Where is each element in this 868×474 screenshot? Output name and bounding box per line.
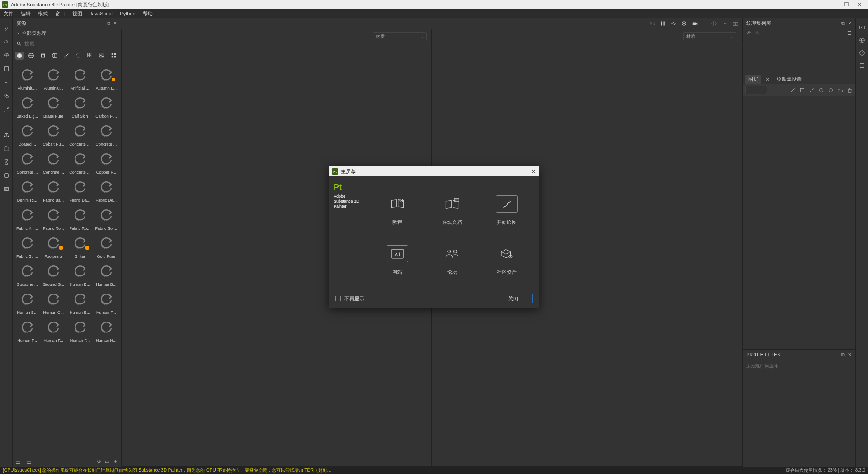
asset-item[interactable]: Brass Pure [41,92,66,119]
hourglass-icon[interactable] [3,158,10,166]
maximize-icon[interactable]: ☐ [844,1,849,8]
menu-javascript[interactable]: JavaScript [90,11,113,16]
modal-close-button[interactable]: 关闭 [494,294,533,303]
filter-texture-icon[interactable] [86,52,94,60]
modal-cell-docs[interactable]: 在线文档 [425,185,479,235]
modal-cell-assets[interactable]: 社区资产 [480,235,534,285]
material-picker-icon[interactable] [3,106,10,113]
asset-item[interactable]: Concrete ... [41,148,66,175]
folder-icon[interactable] [837,87,843,93]
asset-item[interactable]: Fabric Ro... [41,204,66,232]
asset-item[interactable]: Fabric Sof... [94,204,119,232]
book-icon[interactable] [3,172,10,179]
assets-breadcrumb[interactable]: › 全部资源库 [13,28,121,38]
menu-python[interactable]: Python [120,11,135,16]
eraser-icon[interactable] [3,38,10,45]
asset-item[interactable]: Human B... [94,261,119,288]
history-icon[interactable] [859,50,865,56]
popout-icon[interactable]: ⧉ [841,20,845,26]
brush-icon[interactable] [3,24,10,32]
modal-cell-book[interactable]: 教程 [370,185,425,235]
add-icon[interactable]: ＋ [113,458,118,465]
shader-icon[interactable] [859,62,865,69]
asset-item[interactable]: Fabric Kni... [14,204,40,232]
close-panel-icon[interactable]: ✕ [113,20,117,26]
pause-icon[interactable] [660,21,665,26]
environment-icon[interactable] [859,37,865,43]
asset-item[interactable]: Ground G... [41,261,66,288]
display-icon[interactable] [859,24,865,31]
asset-item[interactable]: Fabric Sui... [14,232,40,260]
dont-show-checkbox[interactable] [335,296,341,301]
asset-item[interactable]: Coated ... [14,120,40,147]
asset-item[interactable]: Human H... [94,317,119,344]
asset-item[interactable]: Copper P... [94,148,119,175]
popout-icon[interactable]: ⧉ [107,20,110,26]
delete-layer-icon[interactable] [847,87,853,93]
tag-icon[interactable] [3,145,10,152]
modal-cell-website[interactable]: 网站 [370,235,425,285]
hide-excluded-icon[interactable] [649,20,656,27]
modal-cell-forum[interactable]: 论坛 [425,235,479,285]
asset-item[interactable]: Fabric Ba... [41,176,66,204]
popout-icon[interactable]: ⧉ [841,352,845,358]
asset-item[interactable]: Human B... [67,261,93,288]
add-layer-icon[interactable] [790,87,796,93]
add-mask-icon[interactable] [809,87,815,93]
menu-help[interactable]: 帮助 [143,10,153,17]
asset-item[interactable]: Denim Ri... [14,176,40,204]
filter-smart-material-icon[interactable] [27,52,35,60]
log-icon[interactable] [3,185,10,193]
import-icon[interactable]: ▭ [105,459,109,465]
minimize-icon[interactable]: — [830,1,836,8]
symmetry-icon[interactable] [711,20,717,27]
asset-item[interactable]: Concrete ... [94,120,119,147]
asset-item[interactable]: Human F... [94,289,119,316]
asset-item[interactable]: Footprints [41,232,66,260]
add-group-icon[interactable] [828,87,834,93]
asset-item[interactable]: Gouache ... [14,261,40,288]
display-settings-icon[interactable] [681,20,687,27]
filter-material-icon[interactable] [15,52,24,60]
rendering-mode-icon[interactable] [670,20,676,27]
visibility-all-icon[interactable]: 👁 [746,30,751,36]
menu-window[interactable]: 窗口 [55,10,65,17]
polygon-fill-icon[interactable] [3,65,10,72]
close-panel-icon[interactable]: ✕ [848,352,852,358]
settings-icon[interactable]: ☰ [847,30,852,36]
menu-mode[interactable]: 模式 [38,10,48,17]
smudge-icon[interactable] [3,79,10,86]
viewport-tex-dropdown-2d[interactable]: 材质 ⌄ [683,32,737,41]
asset-item[interactable]: Human F... [67,317,93,344]
filter-view-grid-icon[interactable] [110,52,118,60]
menu-view[interactable]: 视图 [72,10,82,17]
asset-item[interactable]: Cobalt Pu... [41,120,66,147]
add-effect-icon[interactable] [818,87,824,93]
close-icon[interactable]: ✕ [857,1,862,8]
modal-cell-brush[interactable]: 开始绘图 [480,185,534,235]
refresh-icon[interactable]: ⟳ [97,459,101,465]
close-panel-icon[interactable]: ✕ [848,20,852,26]
asset-item[interactable]: Fabric Ro... [67,204,93,232]
asset-item[interactable]: Artificial ... [67,64,93,91]
asset-item[interactable]: Human B... [14,289,40,316]
asset-item[interactable]: Human F... [41,317,66,344]
asset-item[interactable]: Baked Lig... [14,92,40,119]
asset-item[interactable]: Aluminiu... [14,64,40,91]
modal-close-icon[interactable]: ✕ [531,168,536,175]
clone-icon[interactable] [3,92,10,100]
assets-search-input[interactable] [24,41,117,46]
close-tab-icon[interactable]: ✕ [765,76,769,82]
asset-item[interactable]: Concrete ... [67,120,93,147]
lazy-mouse-icon[interactable] [722,20,728,27]
filter-environment-icon[interactable] [98,52,106,60]
tab-texture-settings[interactable]: 纹理集设置 [774,75,804,84]
blend-mode-dropdown[interactable] [745,86,767,94]
filter-brush-icon[interactable] [62,52,71,60]
asset-item[interactable]: Aluminiu... [41,64,66,91]
asset-item[interactable]: Carbon Fi... [94,92,119,119]
add-fill-layer-icon[interactable] [799,87,805,93]
projection-icon[interactable] [3,52,10,59]
list-icon[interactable] [25,459,32,465]
menu-edit[interactable]: 编辑 [21,10,31,17]
